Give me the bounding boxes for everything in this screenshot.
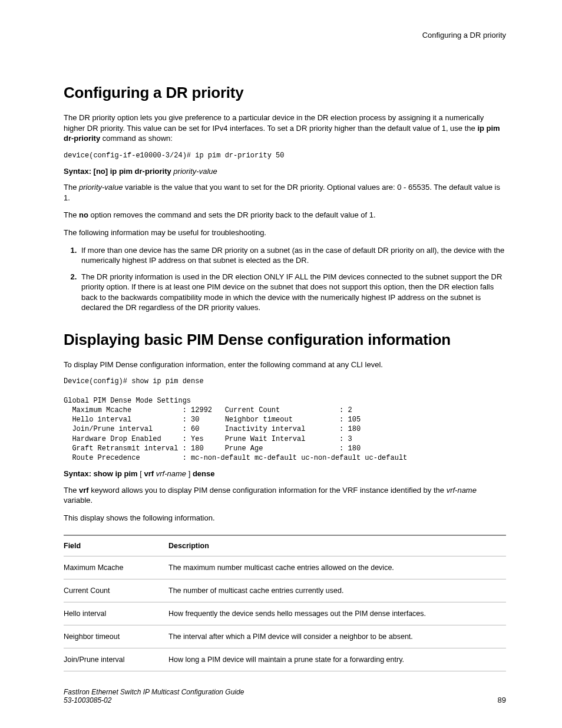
list-item: If more than one device has the same DR … [79,245,506,266]
cell-desc: How long a PIM device will maintain a pr… [168,648,506,671]
cell-desc: The number of multicast cache entries cu… [168,579,506,602]
list-item-text: If more than one device has the same DR … [81,246,504,265]
list-item-text: The DR priority information is used in t… [81,272,502,312]
page-number: 89 [498,696,506,704]
text: keyword allows you to display PIM dense … [89,486,447,495]
syntax-italic: priority-value [173,167,217,176]
cmd-bold: vrf [79,486,89,495]
page-footer: FastIron Ethernet Switch IP Multicast Co… [64,688,506,704]
cell-desc: The interval after which a PIM device wi… [168,625,506,648]
text: The DR priority option lets you give pre… [64,113,484,133]
list-item: The DR priority information is used in t… [79,272,506,313]
table-row: Maximum Mcache The maximum number multic… [64,556,506,579]
cell-desc: How frequently the device sends hello me… [168,602,506,625]
table-row: Neighbor timeout The interval after whic… [64,625,506,648]
var-italic: priority-value [79,183,123,192]
running-head: Configuring a DR priority [64,31,506,39]
text: command as shown: [100,134,173,143]
cell-field: Maximum Mcache [64,556,168,579]
code-block: Device(config)# show ip pim dense Global… [64,377,506,463]
table-row: Hello interval How frequently the device… [64,602,506,625]
para: The priority-value variable is the value… [64,182,506,203]
cell-field: Current Count [64,579,168,602]
syntax-bold: dense [193,469,215,478]
page: Configuring a DR priority Configuring a … [0,0,562,728]
para: This display shows the following informa… [64,513,506,523]
heading-displaying-pim-dense: Displaying basic PIM Dense configuration… [64,331,506,349]
cell-desc: The maximum number multicast cache entri… [168,556,506,579]
text: [ [138,469,144,478]
para: The vrf keyword allows you to display PI… [64,485,506,506]
syntax-italic: vrf-name [156,469,186,478]
text: The [64,183,79,192]
footer-title: FastIron Ethernet Switch IP Multicast Co… [64,688,244,696]
para: The DR priority option lets you give pre… [64,113,506,144]
text: ] [186,469,193,478]
para: To display PIM Dense configuration infor… [64,360,506,370]
footer-docnum: 53-1003085-02 [64,696,244,704]
table-row: Join/Prune interval How long a PIM devic… [64,648,506,671]
table-row: Current Count The number of multicast ca… [64,579,506,602]
col-field: Field [64,535,168,556]
footer-left: FastIron Ethernet Switch IP Multicast Co… [64,688,244,704]
field-description-table: Field Description Maximum Mcache The max… [64,535,506,671]
text: variable is the value that you want to s… [64,183,500,202]
cell-field: Join/Prune interval [64,648,168,671]
syntax-bold: Syntax: show ip pim [64,469,138,478]
syntax-line: Syntax: [no] ip pim dr-priority priority… [64,166,506,177]
heading-configuring-dr-priority: Configuring a DR priority [64,84,506,102]
code-block: device(config-if-e10000-3/24)# ip pim dr… [64,151,506,160]
text: The [64,486,79,495]
cmd-bold: no [79,210,88,219]
para: The following information may be useful … [64,228,506,238]
syntax-bold: Syntax: [no] ip pim dr-priority [64,167,173,176]
var-italic: vrf-name [447,486,477,495]
troubleshooting-list: If more than one device has the same DR … [64,245,506,313]
text: variable. [64,496,92,505]
syntax-line: Syntax: show ip pim [ vrf vrf-name ] den… [64,469,506,479]
col-description: Description [168,535,506,556]
text: option removes the command and sets the … [88,210,376,219]
table-header-row: Field Description [64,535,506,556]
para: The no option removes the command and se… [64,210,506,220]
text: The [64,210,79,219]
cell-field: Neighbor timeout [64,625,168,648]
cell-field: Hello interval [64,602,168,625]
syntax-bold: vrf [144,469,154,478]
